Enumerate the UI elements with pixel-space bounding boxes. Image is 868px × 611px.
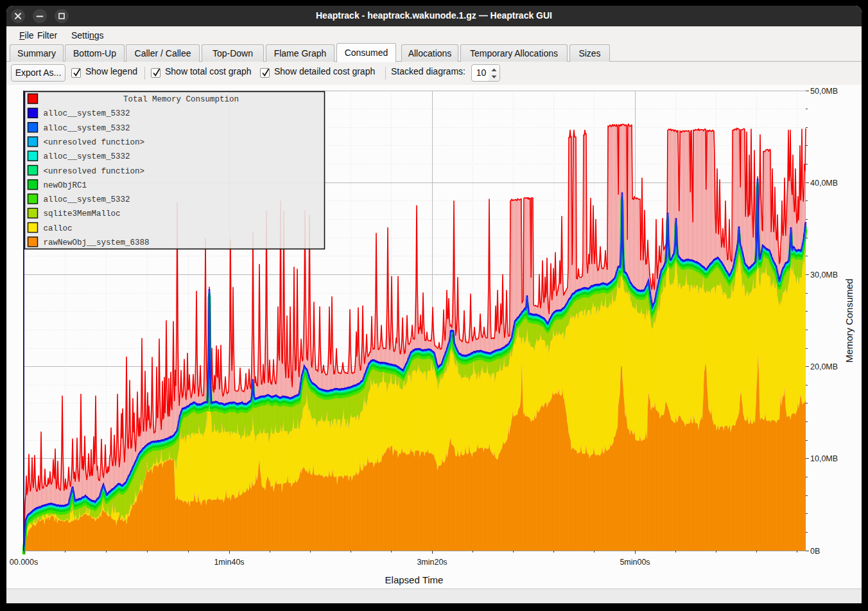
svg-text:<unresolved function>: <unresolved function> — [44, 138, 145, 147]
svg-text:newObjRC1: newObjRC1 — [44, 181, 87, 190]
svg-text:alloc__system_5332: alloc__system_5332 — [44, 109, 130, 118]
svg-text:sqlite3MemMalloc: sqlite3MemMalloc — [44, 209, 121, 218]
svg-text:20,0MB: 20,0MB — [810, 362, 838, 371]
svg-text:30,0MB: 30,0MB — [810, 270, 838, 279]
svg-text:Memory Consumed: Memory Consumed — [844, 279, 855, 363]
svg-text:5min00s: 5min00s — [620, 558, 650, 567]
svg-text:rawNewObj__system_6388: rawNewObj__system_6388 — [44, 238, 150, 247]
svg-text:Total Memory Consumption: Total Memory Consumption — [123, 95, 239, 104]
svg-text:0B: 0B — [810, 547, 820, 556]
svg-text:10,0MB: 10,0MB — [810, 454, 838, 463]
svg-text:50,0MB: 50,0MB — [810, 87, 838, 96]
svg-text:calloc: calloc — [44, 224, 73, 233]
svg-text:alloc__system_5332: alloc__system_5332 — [44, 195, 130, 204]
svg-text:00.000s: 00.000s — [10, 558, 38, 567]
svg-text:40,0MB: 40,0MB — [810, 179, 838, 188]
svg-text:alloc__system_5332: alloc__system_5332 — [44, 124, 130, 133]
svg-text:alloc__system_5332: alloc__system_5332 — [44, 152, 130, 161]
svg-text:Elapsed Time: Elapsed Time — [385, 574, 444, 585]
svg-text:<unresolved function>: <unresolved function> — [44, 167, 145, 176]
svg-text:3min20s: 3min20s — [417, 558, 447, 567]
svg-text:1min40s: 1min40s — [214, 558, 244, 567]
